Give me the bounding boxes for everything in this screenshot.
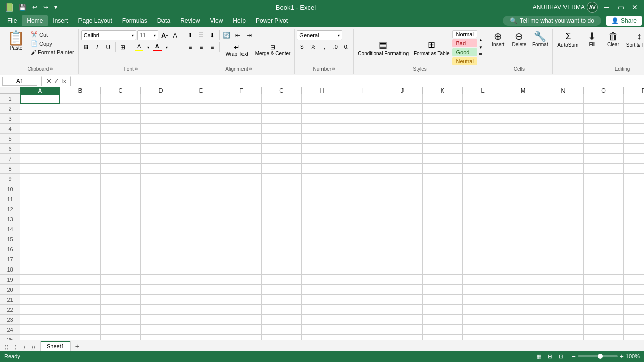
cell-N6[interactable] bbox=[543, 144, 584, 154]
menu-home[interactable]: Home bbox=[22, 15, 48, 26]
cell-K23[interactable] bbox=[423, 315, 463, 325]
cell-A12[interactable] bbox=[20, 204, 60, 214]
cell-F23[interactable] bbox=[221, 315, 262, 325]
cell-N2[interactable] bbox=[543, 104, 584, 114]
cell-H18[interactable] bbox=[302, 264, 342, 275]
cell-G7[interactable] bbox=[262, 154, 302, 164]
cell-E6[interactable] bbox=[181, 144, 221, 154]
cell-G25[interactable] bbox=[262, 335, 302, 340]
col-header-A[interactable]: A bbox=[20, 87, 60, 94]
sort-filter-button[interactable]: ↕ Sort & Filter bbox=[624, 30, 644, 49]
cell-F8[interactable] bbox=[221, 164, 262, 174]
cell-L24[interactable] bbox=[463, 325, 503, 335]
cell-P17[interactable] bbox=[624, 254, 644, 264]
cell-A13[interactable] bbox=[20, 214, 60, 224]
cell-I19[interactable] bbox=[342, 275, 382, 285]
cell-D15[interactable] bbox=[141, 234, 181, 244]
cell-M16[interactable] bbox=[503, 244, 543, 254]
cell-C17[interactable] bbox=[101, 254, 141, 264]
row-number-15[interactable]: 15 bbox=[0, 234, 20, 244]
row-number-25[interactable]: 25 bbox=[0, 335, 20, 340]
cell-M10[interactable] bbox=[503, 184, 543, 194]
cell-C7[interactable] bbox=[101, 154, 141, 164]
cell-A20[interactable] bbox=[20, 285, 60, 295]
cell-I18[interactable] bbox=[342, 264, 382, 275]
cell-N19[interactable] bbox=[543, 275, 584, 285]
cell-A1[interactable] bbox=[20, 94, 60, 104]
cell-O20[interactable] bbox=[584, 285, 624, 295]
number-expand-icon[interactable]: ⧉ bbox=[332, 67, 335, 72]
cell-P18[interactable] bbox=[624, 264, 644, 275]
cell-I9[interactable] bbox=[342, 174, 382, 184]
number-format-dropdown[interactable]: General ▾ bbox=[297, 30, 342, 40]
cell-I17[interactable] bbox=[342, 254, 382, 264]
cell-O10[interactable] bbox=[584, 184, 624, 194]
cell-I15[interactable] bbox=[342, 234, 382, 244]
cell-H17[interactable] bbox=[302, 254, 342, 264]
cell-A23[interactable] bbox=[20, 315, 60, 325]
cell-O21[interactable] bbox=[584, 295, 624, 305]
row-number-19[interactable]: 19 bbox=[0, 275, 20, 285]
cell-N21[interactable] bbox=[543, 295, 584, 305]
cell-J7[interactable] bbox=[382, 154, 423, 164]
cell-K11[interactable] bbox=[423, 194, 463, 204]
cell-J18[interactable] bbox=[382, 264, 423, 275]
cell-P22[interactable] bbox=[624, 305, 644, 315]
cell-P21[interactable] bbox=[624, 295, 644, 305]
cell-F3[interactable] bbox=[221, 114, 262, 124]
cell-L16[interactable] bbox=[463, 244, 503, 254]
cell-J1[interactable] bbox=[382, 94, 423, 104]
cell-G1[interactable] bbox=[262, 94, 302, 104]
cell-F16[interactable] bbox=[221, 244, 262, 254]
row-number-11[interactable]: 11 bbox=[0, 194, 20, 204]
cell-N25[interactable] bbox=[543, 335, 584, 340]
cell-A22[interactable] bbox=[20, 305, 60, 315]
cell-C9[interactable] bbox=[101, 174, 141, 184]
cell-H1[interactable] bbox=[302, 94, 342, 104]
cell-G16[interactable] bbox=[262, 244, 302, 254]
sheet-nav-first[interactable]: ⟨⟨ bbox=[2, 343, 10, 351]
zoom-thumb[interactable] bbox=[598, 354, 603, 359]
indent-decrease-button[interactable]: ⇤ bbox=[233, 30, 243, 40]
row-number-9[interactable]: 9 bbox=[0, 174, 20, 184]
cell-L14[interactable] bbox=[463, 224, 503, 234]
cell-C11[interactable] bbox=[101, 194, 141, 204]
formula-cancel-icon[interactable]: ✕ bbox=[46, 77, 52, 85]
cell-K1[interactable] bbox=[423, 94, 463, 104]
cell-L22[interactable] bbox=[463, 305, 503, 315]
cell-F5[interactable] bbox=[221, 134, 262, 144]
cell-P14[interactable] bbox=[624, 224, 644, 234]
cell-J23[interactable] bbox=[382, 315, 423, 325]
row-number-10[interactable]: 10 bbox=[0, 184, 20, 194]
cell-N8[interactable] bbox=[543, 164, 584, 174]
cell-B14[interactable] bbox=[60, 224, 101, 234]
cell-O14[interactable] bbox=[584, 224, 624, 234]
cell-D19[interactable] bbox=[141, 275, 181, 285]
cell-B11[interactable] bbox=[60, 194, 101, 204]
cell-B22[interactable] bbox=[60, 305, 101, 315]
cell-I14[interactable] bbox=[342, 224, 382, 234]
cell-L25[interactable] bbox=[463, 335, 503, 340]
cell-C10[interactable] bbox=[101, 184, 141, 194]
font-color-button[interactable]: A bbox=[150, 42, 165, 52]
cell-L9[interactable] bbox=[463, 174, 503, 184]
cell-K16[interactable] bbox=[423, 244, 463, 254]
cell-I5[interactable] bbox=[342, 134, 382, 144]
cell-L1[interactable] bbox=[463, 94, 503, 104]
cell-C3[interactable] bbox=[101, 114, 141, 124]
cell-I24[interactable] bbox=[342, 325, 382, 335]
row-number-3[interactable]: 3 bbox=[0, 114, 20, 124]
cell-E18[interactable] bbox=[181, 264, 221, 275]
cell-P15[interactable] bbox=[624, 234, 644, 244]
cell-G17[interactable] bbox=[262, 254, 302, 264]
cut-button[interactable]: ✂️ Cut bbox=[29, 30, 76, 39]
cell-O17[interactable] bbox=[584, 254, 624, 264]
cell-A19[interactable] bbox=[20, 275, 60, 285]
cell-I10[interactable] bbox=[342, 184, 382, 194]
cell-M9[interactable] bbox=[503, 174, 543, 184]
cell-C5[interactable] bbox=[101, 134, 141, 144]
page-layout-view-button[interactable]: ⊞ bbox=[545, 352, 555, 360]
cell-F1[interactable] bbox=[221, 94, 262, 104]
cell-D23[interactable] bbox=[141, 315, 181, 325]
cell-E17[interactable] bbox=[181, 254, 221, 264]
